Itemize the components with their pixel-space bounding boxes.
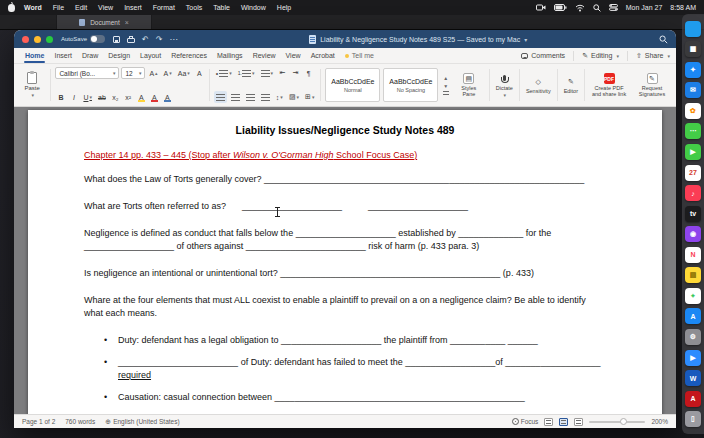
show-paragraph-marks-button[interactable]: ¶ bbox=[303, 67, 314, 79]
ribbon-tab-review[interactable]: Review bbox=[248, 48, 281, 63]
redo-icon[interactable]: ↷ bbox=[156, 35, 163, 44]
align-center-button[interactable] bbox=[229, 91, 242, 103]
print-layout-button[interactable] bbox=[559, 418, 568, 426]
style-normal[interactable]: AaBbCcDdEe Normal bbox=[325, 68, 380, 102]
menu-item-edit[interactable]: Edit bbox=[75, 4, 87, 11]
ribbon-tab-insert[interactable]: Insert bbox=[49, 48, 77, 63]
page-indicator[interactable]: Page 1 of 2 bbox=[22, 418, 55, 425]
dock-icon-facetime[interactable]: ▶ bbox=[685, 144, 701, 160]
dock-icon-news[interactable]: N bbox=[685, 247, 701, 263]
align-left-button[interactable] bbox=[214, 91, 227, 103]
document-title-area[interactable]: Liability & Negligence Study Notes 489 S… bbox=[177, 35, 659, 44]
search-icon[interactable] bbox=[593, 4, 601, 12]
borders-button[interactable]: ⊞▾ bbox=[303, 91, 316, 103]
decrease-indent-button[interactable]: ⇤ bbox=[277, 67, 288, 79]
dock-icon-safari[interactable]: ✦ bbox=[685, 62, 701, 78]
comments-button[interactable]: Comments bbox=[521, 52, 565, 59]
control-center-icon[interactable] bbox=[609, 4, 618, 11]
undo-icon[interactable]: ↶ bbox=[142, 35, 149, 44]
dock-icon-music[interactable]: ♪ bbox=[685, 185, 701, 201]
word-count[interactable]: 760 words bbox=[65, 418, 95, 425]
line-spacing-button[interactable]: ↕▾ bbox=[274, 91, 285, 103]
close-window-button[interactable] bbox=[22, 36, 29, 43]
ribbon-tab-home[interactable]: Home bbox=[20, 48, 49, 63]
justify-button[interactable] bbox=[259, 91, 272, 103]
battery-icon[interactable] bbox=[554, 4, 567, 11]
dock-icon-notes[interactable]: ▤ bbox=[685, 267, 701, 283]
zoom-slider[interactable] bbox=[589, 421, 645, 423]
multilevel-list-button[interactable]: ▾ bbox=[259, 67, 276, 79]
window-tab-document[interactable]: Document × bbox=[56, 15, 152, 29]
menu-item-window[interactable]: Window bbox=[241, 4, 266, 11]
request-signatures-button[interactable]: ✎ Request Signatures bbox=[632, 66, 672, 104]
dock-icon-zoom[interactable]: ▶ bbox=[685, 350, 701, 366]
tab-close-icon[interactable]: × bbox=[125, 19, 129, 26]
superscript-button[interactable]: x² bbox=[123, 91, 134, 103]
numbered-list-button[interactable]: 1.▾ bbox=[236, 67, 257, 79]
menu-item-help[interactable]: Help bbox=[277, 4, 291, 11]
dock-icon-appstore[interactable]: A bbox=[685, 308, 701, 324]
subscript-button[interactable]: x₂ bbox=[110, 91, 121, 103]
dock-icon-messages[interactable]: ⋯ bbox=[685, 123, 701, 139]
italic-button[interactable]: I bbox=[68, 91, 79, 103]
shading-button[interactable]: ▨▾ bbox=[287, 91, 301, 103]
align-right-button[interactable] bbox=[244, 91, 257, 103]
dock-icon-mail[interactable]: ✉ bbox=[685, 82, 701, 98]
menu-item-view[interactable]: View bbox=[98, 4, 113, 11]
video-camera-icon[interactable] bbox=[536, 4, 546, 11]
font-color-button[interactable]: A bbox=[149, 91, 160, 103]
strikethrough-button[interactable]: ab bbox=[96, 91, 108, 103]
paste-button[interactable]: Paste ▾ bbox=[18, 66, 46, 104]
styles-pane-button[interactable]: ▤ Styles Pane bbox=[453, 66, 485, 104]
gallery-down-icon[interactable]: ▼ bbox=[443, 83, 448, 89]
read-mode-button[interactable] bbox=[544, 418, 553, 426]
zoom-level[interactable]: 200% bbox=[651, 418, 668, 425]
grow-font-button[interactable]: A▴ bbox=[147, 67, 159, 79]
change-case-button[interactable]: Aa▾ bbox=[176, 67, 192, 79]
text-effects-button[interactable]: A bbox=[162, 91, 173, 103]
editing-mode-button[interactable]: ✎ Editing ▾ bbox=[582, 52, 619, 60]
zoom-window-button[interactable] bbox=[46, 36, 53, 43]
tell-me-button[interactable]: Tell me bbox=[340, 52, 379, 59]
dock-icon-trash[interactable]: ▯ bbox=[685, 411, 701, 427]
font-size-select[interactable]: 12 ▾ bbox=[121, 67, 145, 79]
dock-icon-tv[interactable]: tv bbox=[685, 206, 701, 222]
web-layout-button[interactable] bbox=[574, 418, 583, 426]
dock-icon-launchpad[interactable]: ▦ bbox=[685, 41, 701, 57]
autosave-control[interactable]: AutoSave bbox=[61, 35, 105, 43]
ribbon-tab-design[interactable]: Design bbox=[103, 48, 135, 63]
bullet-list-button[interactable]: •▾ bbox=[214, 67, 234, 79]
zoom-slider-knob[interactable] bbox=[620, 418, 627, 425]
dock-icon-finder[interactable] bbox=[685, 21, 701, 37]
shrink-font-button[interactable]: A▾ bbox=[162, 67, 174, 79]
more-commands-icon[interactable]: ⋯ bbox=[169, 35, 177, 44]
menu-item-format[interactable]: Format bbox=[153, 4, 175, 11]
print-icon[interactable] bbox=[127, 38, 135, 43]
font-name-select[interactable]: Calibri (Bo... ▾ bbox=[55, 67, 119, 79]
menu-item-insert[interactable]: Insert bbox=[124, 4, 142, 11]
gallery-more-icon[interactable] bbox=[443, 91, 449, 96]
share-button[interactable]: ⇧ Share ▾ bbox=[636, 52, 670, 60]
ribbon-tab-mailings[interactable]: Mailings bbox=[212, 48, 248, 63]
dock-icon-settings[interactable]: ⚙ bbox=[685, 329, 701, 345]
ribbon-tab-references[interactable]: References bbox=[166, 48, 212, 63]
dock-icon-calendar[interactable]: 27 bbox=[685, 165, 701, 181]
dock-icon-word[interactable]: W bbox=[685, 370, 701, 386]
create-pdf-button[interactable]: PDF Create PDF and share link bbox=[589, 66, 629, 104]
apple-menu-icon[interactable] bbox=[8, 4, 15, 12]
gallery-up-icon[interactable]: ▲ bbox=[443, 75, 448, 81]
dock-icon-maps[interactable]: ⌖ bbox=[685, 288, 701, 304]
underline-button[interactable]: U▾ bbox=[81, 91, 94, 103]
ribbon-tab-layout[interactable]: Layout bbox=[135, 48, 166, 63]
menu-item-table[interactable]: Table bbox=[213, 4, 230, 11]
bold-button[interactable]: B bbox=[55, 91, 66, 103]
clear-formatting-button[interactable]: A bbox=[194, 67, 205, 79]
sensitivity-button[interactable]: ◇ Sensitivity bbox=[524, 66, 553, 104]
dock-icon-podcasts[interactable]: ◉ bbox=[685, 226, 701, 242]
ribbon-tab-acrobat[interactable]: Acrobat bbox=[306, 48, 340, 63]
increase-indent-button[interactable]: ⇥ bbox=[290, 67, 301, 79]
wifi-icon[interactable] bbox=[575, 4, 585, 12]
title-chevron-icon[interactable]: ▾ bbox=[524, 36, 527, 43]
titlebar-search-icon[interactable] bbox=[659, 30, 668, 48]
ribbon-tab-view[interactable]: View bbox=[281, 48, 306, 63]
